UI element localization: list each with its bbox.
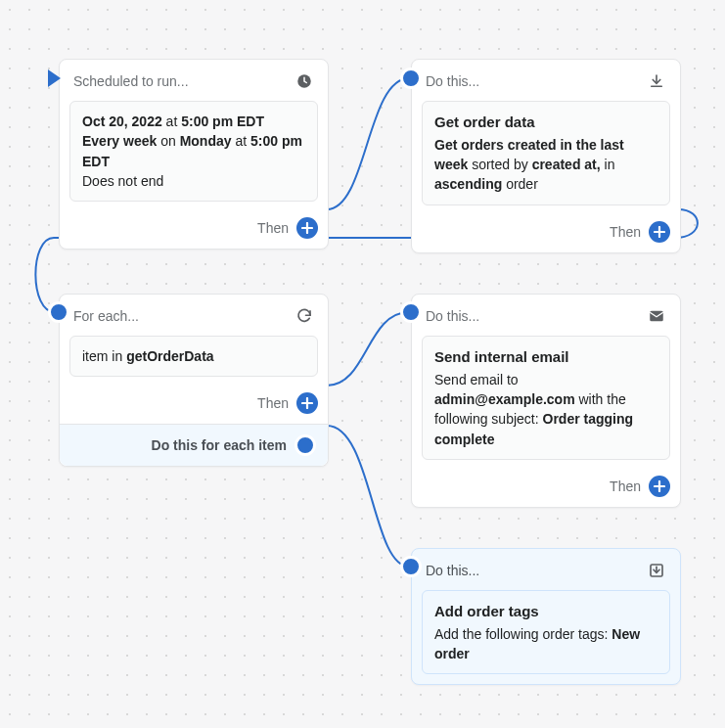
download-icon (647, 71, 666, 91)
foreach-item-label: Do this for each item (152, 437, 287, 453)
add-tags-summary: Add order tags Add the following order t… (422, 590, 670, 674)
email-icon (647, 306, 666, 326)
start-icon (48, 69, 61, 87)
then-label: Then (257, 220, 289, 236)
foreach-item-port[interactable] (295, 434, 316, 456)
foreach-summary: item in getOrderData (69, 336, 318, 377)
node-port[interactable] (48, 301, 69, 323)
import-icon (647, 561, 666, 580)
node-port[interactable] (400, 301, 422, 323)
clock-icon (295, 71, 314, 91)
get-order-card[interactable]: Do this... Get order data Get orders cre… (411, 59, 681, 253)
node-port[interactable] (400, 68, 422, 89)
card-header-label: Do this... (426, 308, 479, 324)
email-card[interactable]: Do this... Send internal email Send emai… (411, 294, 681, 508)
email-summary: Send internal email Send email to admin@… (422, 336, 670, 460)
add-step-button[interactable] (296, 217, 318, 239)
trigger-card[interactable]: Scheduled to run... Oct 20, 2022 at 5:00… (59, 59, 329, 250)
then-label: Then (610, 478, 641, 494)
card-header-label: For each... (73, 308, 139, 324)
refresh-icon (295, 306, 314, 326)
trigger-summary: Oct 20, 2022 at 5:00 pm EDT Every week o… (69, 101, 318, 202)
then-label: Then (257, 395, 289, 411)
foreach-card[interactable]: For each... item in getOrderData Then Do… (59, 294, 329, 467)
card-header-label: Do this... (426, 73, 479, 89)
then-label: Then (610, 224, 641, 240)
add-step-button[interactable] (296, 392, 318, 414)
card-header-label: Scheduled to run... (73, 73, 189, 89)
card-header-label: Do this... (426, 563, 479, 578)
add-step-button[interactable] (649, 476, 670, 497)
add-tags-card[interactable]: Do this... Add order tags Add the follow… (411, 548, 681, 685)
get-order-summary: Get order data Get orders created in the… (422, 101, 670, 205)
node-port[interactable] (400, 556, 422, 577)
add-step-button[interactable] (649, 221, 670, 243)
